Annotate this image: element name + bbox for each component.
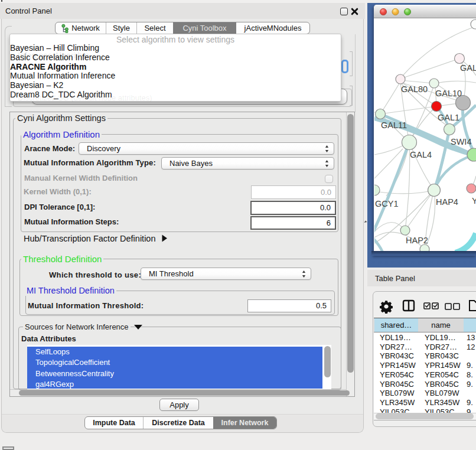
svg-text:Y: Y bbox=[472, 196, 476, 206]
svg-text:HAP2: HAP2 bbox=[406, 236, 428, 245]
svg-text:GCY1: GCY1 bbox=[375, 199, 399, 208]
svg-text:GAL80: GAL80 bbox=[401, 84, 428, 94]
svg-text:GAL10: GAL10 bbox=[435, 89, 462, 98]
svg-text:HAP4: HAP4 bbox=[436, 197, 458, 207]
svg-text:GAL11: GAL11 bbox=[381, 120, 407, 130]
svg-text:GAL1: GAL1 bbox=[438, 113, 459, 122]
svg-text:GAL4: GAL4 bbox=[410, 150, 432, 159]
svg-text:SWI4: SWI4 bbox=[451, 137, 471, 146]
svg-text:GAL: GAL bbox=[460, 63, 476, 73]
